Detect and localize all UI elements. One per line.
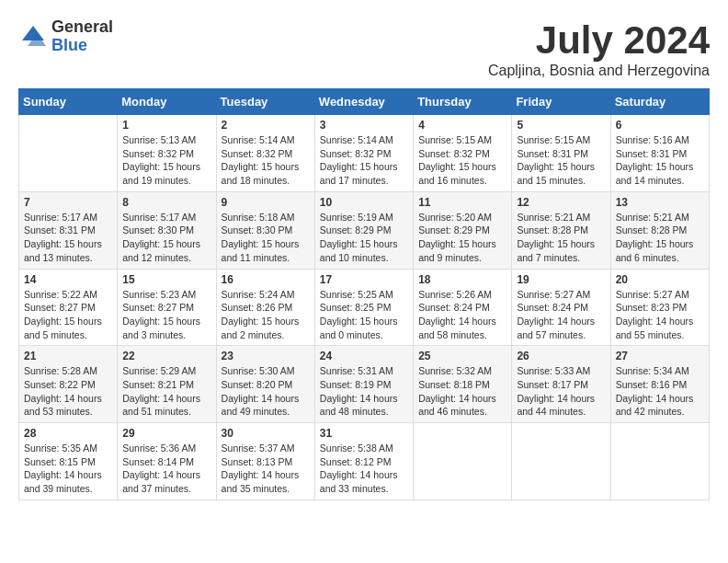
calendar-cell: 26Sunrise: 5:33 AM Sunset: 8:17 PM Dayli… — [512, 346, 610, 423]
cell-content: Sunrise: 5:20 AM Sunset: 8:29 PM Dayligh… — [418, 211, 506, 265]
cell-content: Sunrise: 5:16 AM Sunset: 8:31 PM Dayligh… — [616, 133, 704, 188]
calendar-cell: 9Sunrise: 5:18 AM Sunset: 8:30 PM Daylig… — [216, 191, 314, 269]
cell-content: Sunrise: 5:36 AM Sunset: 8:14 PM Dayligh… — [122, 442, 210, 496]
calendar-cell: 11Sunrise: 5:20 AM Sunset: 8:29 PM Dayli… — [414, 191, 512, 269]
header-friday: Friday — [512, 89, 610, 115]
day-number: 10 — [320, 196, 408, 209]
cell-content: Sunrise: 5:29 AM Sunset: 8:21 PM Dayligh… — [122, 364, 210, 419]
calendar-header-row: SundayMondayTuesdayWednesdayThursdayFrid… — [19, 89, 710, 115]
calendar-cell: 4Sunrise: 5:15 AM Sunset: 8:32 PM Daylig… — [414, 115, 512, 192]
header-wednesday: Wednesday — [314, 89, 413, 115]
calendar-cell: 5Sunrise: 5:15 AM Sunset: 8:31 PM Daylig… — [512, 115, 610, 192]
header-monday: Monday — [118, 89, 216, 115]
day-number: 5 — [517, 119, 605, 132]
calendar-cell: 24Sunrise: 5:31 AM Sunset: 8:19 PM Dayli… — [314, 346, 413, 423]
header-tuesday: Tuesday — [216, 89, 314, 115]
day-number: 17 — [320, 273, 408, 286]
calendar-cell: 1Sunrise: 5:13 AM Sunset: 8:32 PM Daylig… — [118, 115, 216, 192]
calendar-week-row: 21Sunrise: 5:28 AM Sunset: 8:22 PM Dayli… — [19, 346, 710, 423]
day-number: 18 — [418, 273, 506, 286]
cell-content: Sunrise: 5:38 AM Sunset: 8:12 PM Dayligh… — [320, 442, 408, 496]
day-number: 22 — [122, 350, 210, 362]
day-number: 20 — [616, 273, 704, 286]
cell-content: Sunrise: 5:21 AM Sunset: 8:28 PM Dayligh… — [616, 211, 704, 265]
header-sunday: Sunday — [19, 89, 118, 115]
logo-general: General — [51, 18, 113, 37]
calendar-cell: 17Sunrise: 5:25 AM Sunset: 8:25 PM Dayli… — [314, 269, 413, 346]
calendar-cell: 14Sunrise: 5:22 AM Sunset: 8:27 PM Dayli… — [19, 269, 118, 346]
cell-content: Sunrise: 5:17 AM Sunset: 8:30 PM Dayligh… — [122, 211, 210, 265]
cell-content: Sunrise: 5:24 AM Sunset: 8:26 PM Dayligh… — [222, 288, 310, 342]
day-number: 27 — [616, 350, 704, 362]
day-number: 19 — [517, 273, 605, 286]
header-saturday: Saturday — [610, 89, 709, 115]
day-number: 1 — [122, 119, 210, 132]
logo-icon — [18, 22, 48, 52]
calendar-cell: 8Sunrise: 5:17 AM Sunset: 8:30 PM Daylig… — [118, 191, 216, 269]
calendar-cell: 29Sunrise: 5:36 AM Sunset: 8:14 PM Dayli… — [118, 423, 216, 500]
calendar-cell: 19Sunrise: 5:27 AM Sunset: 8:24 PM Dayli… — [512, 269, 610, 346]
cell-content: Sunrise: 5:26 AM Sunset: 8:24 PM Dayligh… — [418, 288, 506, 342]
logo: General Blue — [18, 18, 113, 55]
day-number: 30 — [222, 427, 310, 440]
day-number: 3 — [320, 119, 408, 132]
day-number: 12 — [517, 196, 605, 209]
day-number: 13 — [616, 196, 704, 209]
cell-content: Sunrise: 5:23 AM Sunset: 8:27 PM Dayligh… — [122, 288, 210, 342]
day-number: 26 — [517, 350, 605, 362]
location: Capljina, Bosnia and Herzegovina — [488, 63, 710, 79]
day-number: 23 — [222, 350, 310, 362]
day-number: 9 — [222, 196, 310, 209]
calendar-cell: 12Sunrise: 5:21 AM Sunset: 8:28 PM Dayli… — [512, 191, 610, 269]
calendar-week-row: 1Sunrise: 5:13 AM Sunset: 8:32 PM Daylig… — [19, 115, 710, 192]
calendar-cell: 21Sunrise: 5:28 AM Sunset: 8:22 PM Dayli… — [19, 346, 118, 423]
day-number: 24 — [320, 350, 408, 362]
cell-content: Sunrise: 5:27 AM Sunset: 8:24 PM Dayligh… — [517, 288, 605, 342]
calendar-cell — [512, 423, 610, 500]
cell-content: Sunrise: 5:14 AM Sunset: 8:32 PM Dayligh… — [320, 133, 408, 188]
calendar-week-row: 7Sunrise: 5:17 AM Sunset: 8:31 PM Daylig… — [19, 191, 710, 269]
day-number: 29 — [122, 427, 210, 440]
cell-content: Sunrise: 5:33 AM Sunset: 8:17 PM Dayligh… — [517, 364, 605, 419]
cell-content: Sunrise: 5:37 AM Sunset: 8:13 PM Dayligh… — [222, 442, 310, 496]
cell-content: Sunrise: 5:18 AM Sunset: 8:30 PM Dayligh… — [222, 211, 310, 265]
calendar-cell: 10Sunrise: 5:19 AM Sunset: 8:29 PM Dayli… — [314, 191, 413, 269]
calendar-cell: 13Sunrise: 5:21 AM Sunset: 8:28 PM Dayli… — [610, 191, 709, 269]
calendar-cell: 28Sunrise: 5:35 AM Sunset: 8:15 PM Dayli… — [19, 423, 118, 500]
calendar-cell: 27Sunrise: 5:34 AM Sunset: 8:16 PM Dayli… — [610, 346, 709, 423]
month-year: July 2024 — [488, 18, 710, 63]
header-thursday: Thursday — [414, 89, 512, 115]
day-number: 2 — [222, 119, 310, 132]
cell-content: Sunrise: 5:31 AM Sunset: 8:19 PM Dayligh… — [320, 364, 408, 419]
calendar-cell: 18Sunrise: 5:26 AM Sunset: 8:24 PM Dayli… — [414, 269, 512, 346]
cell-content: Sunrise: 5:13 AM Sunset: 8:32 PM Dayligh… — [122, 133, 210, 188]
cell-content: Sunrise: 5:21 AM Sunset: 8:28 PM Dayligh… — [517, 211, 605, 265]
cell-content: Sunrise: 5:35 AM Sunset: 8:15 PM Dayligh… — [24, 442, 112, 496]
calendar-cell: 20Sunrise: 5:27 AM Sunset: 8:23 PM Dayli… — [610, 269, 709, 346]
day-number: 7 — [24, 196, 112, 209]
cell-content: Sunrise: 5:28 AM Sunset: 8:22 PM Dayligh… — [24, 364, 112, 419]
calendar-cell: 7Sunrise: 5:17 AM Sunset: 8:31 PM Daylig… — [19, 191, 118, 269]
svg-marker-0 — [22, 26, 44, 40]
cell-content: Sunrise: 5:27 AM Sunset: 8:23 PM Dayligh… — [616, 288, 704, 342]
calendar-week-row: 28Sunrise: 5:35 AM Sunset: 8:15 PM Dayli… — [19, 423, 710, 500]
logo-text: General Blue — [51, 18, 113, 55]
cell-content: Sunrise: 5:15 AM Sunset: 8:31 PM Dayligh… — [517, 133, 605, 188]
cell-content: Sunrise: 5:22 AM Sunset: 8:27 PM Dayligh… — [24, 288, 112, 342]
calendar-week-row: 14Sunrise: 5:22 AM Sunset: 8:27 PM Dayli… — [19, 269, 710, 346]
cell-content: Sunrise: 5:32 AM Sunset: 8:18 PM Dayligh… — [418, 364, 506, 419]
cell-content: Sunrise: 5:34 AM Sunset: 8:16 PM Dayligh… — [616, 364, 704, 419]
calendar-cell — [19, 115, 118, 192]
page-header: General Blue July 2024 Capljina, Bosnia … — [18, 18, 710, 79]
calendar-cell: 31Sunrise: 5:38 AM Sunset: 8:12 PM Dayli… — [314, 423, 413, 500]
day-number: 8 — [122, 196, 210, 209]
calendar-cell: 2Sunrise: 5:14 AM Sunset: 8:32 PM Daylig… — [216, 115, 314, 192]
calendar-cell: 6Sunrise: 5:16 AM Sunset: 8:31 PM Daylig… — [610, 115, 709, 192]
day-number: 21 — [24, 350, 112, 362]
calendar-cell: 16Sunrise: 5:24 AM Sunset: 8:26 PM Dayli… — [216, 269, 314, 346]
calendar-table: SundayMondayTuesdayWednesdayThursdayFrid… — [18, 88, 710, 500]
cell-content: Sunrise: 5:17 AM Sunset: 8:31 PM Dayligh… — [24, 211, 112, 265]
calendar-cell: 23Sunrise: 5:30 AM Sunset: 8:20 PM Dayli… — [216, 346, 314, 423]
calendar-cell — [414, 423, 512, 500]
day-number: 6 — [616, 119, 704, 132]
